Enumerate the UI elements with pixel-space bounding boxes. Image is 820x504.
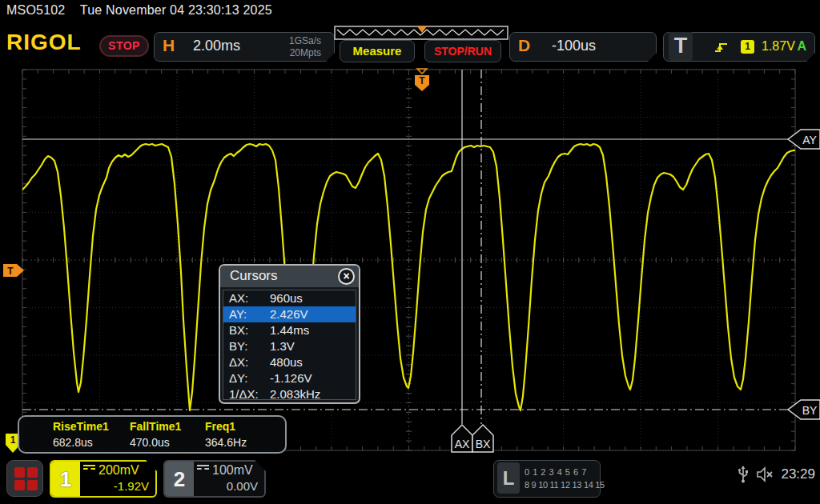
cursor-row-bx[interactable]: BX: 1.44ms	[223, 322, 356, 338]
usb-icon	[738, 466, 749, 483]
trigger-marker-label: T	[419, 75, 425, 86]
timebase-value: 2.00ms	[193, 38, 240, 54]
trigger-panel[interactable]: T 1 1.87V A	[663, 32, 815, 62]
trigger-level-value: 1.87V	[762, 39, 795, 54]
trigger-level-label: T	[7, 266, 14, 277]
rigol-logo: RIGOL	[6, 30, 82, 55]
waveform-position-bar[interactable]	[335, 26, 508, 39]
channel-1-number: 1	[51, 462, 80, 496]
oscilloscope-screen: AX BX AY BY T T 1	[0, 0, 820, 504]
acquisition-status-badge[interactable]: STOP	[99, 35, 149, 57]
channel-1-scale: 200mV	[98, 463, 139, 477]
cursor-ay-label: AY	[802, 134, 817, 146]
logic-channels-panel[interactable]: L 0 1 2 3 4 5 6 7 8 9 10 11 12 13 14 15	[493, 460, 601, 498]
channel-1-offset: -1.92V	[83, 479, 149, 493]
graticule	[22, 70, 795, 450]
cursor-by-label: BY	[802, 404, 818, 417]
measurement-falltime[interactable]: FallTime1 470.0us	[130, 420, 181, 449]
cursor-row-inv-dx[interactable]: 1/ΔX: 2.083kHz	[223, 386, 356, 402]
delay-panel[interactable]: D -100us	[509, 32, 657, 62]
cursor-bx-flag[interactable]: BX	[472, 425, 493, 452]
dc-coupling-icon	[197, 465, 209, 472]
cursor-row-dy[interactable]: ΔY: -1.126V	[223, 370, 356, 386]
header-bar: RIGOL STOP H 2.00ms 1GSa/s 20Mpts Measur…	[0, 22, 820, 67]
clock: 23:29	[781, 466, 815, 482]
cursor-ax-flag[interactable]: AX	[452, 425, 472, 452]
cursors-dialog[interactable]: Cursors × AX: 960us AY: 2.426V BX: 1.44m…	[219, 264, 360, 404]
measurement-freq[interactable]: Freq1 364.6Hz	[205, 420, 247, 449]
cursor-row-dx[interactable]: ΔX: 480us	[223, 354, 356, 370]
titlebar: MSO5102 Tue November 04 23:30:13 2025	[0, 0, 820, 22]
cursor-row-ax[interactable]: AX: 960us	[223, 290, 356, 306]
position-marker-icon	[417, 26, 427, 33]
cursors-dialog-title: Cursors	[230, 268, 278, 284]
dc-coupling-icon	[83, 465, 95, 472]
horizontal-panel[interactable]: H 2.00ms 1GSa/s 20Mpts	[154, 32, 335, 62]
speaker-muted-icon[interactable]	[755, 466, 774, 483]
measurements-panel[interactable]: RiseTime1 682.8us FallTime1 470.0us Freq…	[18, 415, 287, 454]
memory-waveform-icon	[337, 30, 504, 35]
cursor-row-ay[interactable]: AY: 2.426V	[223, 306, 356, 322]
trigger-level-marker[interactable]: T	[3, 264, 24, 277]
cursors-dialog-titlebar[interactable]: Cursors ×	[220, 266, 359, 288]
delay-label: D	[518, 36, 530, 55]
channel-2-scale: 100mV	[212, 463, 253, 477]
cursors-dialog-body: AX: 960us AY: 2.426V BX: 1.44ms BY: 1.3V…	[223, 290, 356, 400]
channel-2-offset: 0.00V	[197, 479, 258, 493]
trigger-slope-icon	[713, 39, 730, 54]
sample-rate: 1GSa/s	[289, 35, 321, 46]
logic-panel-label: L	[497, 462, 520, 494]
memory-depth: 20Mpts	[290, 47, 321, 58]
ch1-marker-label: 1	[10, 434, 16, 446]
close-icon[interactable]: ×	[338, 268, 355, 285]
measurement-risetime[interactable]: RiseTime1 682.8us	[53, 420, 109, 449]
cursor-bx-label: BX	[476, 438, 491, 450]
horizontal-label: H	[163, 36, 175, 55]
trigger-source-badge: 1	[741, 40, 754, 54]
cursor-ax-label: AX	[455, 438, 470, 450]
model-name: MSO5102	[6, 3, 65, 17]
channel-2-number: 2	[165, 462, 194, 496]
trigger-mode: A	[797, 39, 806, 54]
logic-channels-row1: 0 1 2 3 4 5 6 7	[525, 466, 598, 478]
trigger-position-marker[interactable]: T	[415, 69, 429, 91]
cursor-row-by[interactable]: BY: 1.3V	[223, 338, 356, 354]
datetime: Tue November 04 23:30:13 2025	[80, 3, 272, 17]
channel-1-panel[interactable]: 1 200mV -1.92V	[50, 460, 157, 498]
bottom-bar: 1 200mV -1.92V 2 100mV 0.00V L 0 1 2 3 4…	[0, 456, 820, 504]
logic-channels-row2: 8 9 10 11 12 13 14 15	[525, 478, 598, 491]
menu-grid-icon[interactable]	[6, 460, 43, 497]
delay-value: -100us	[552, 38, 596, 54]
measure-button[interactable]: Measure	[340, 40, 415, 62]
trigger-panel-label: T	[669, 31, 693, 61]
channel-2-panel[interactable]: 2 100mV 0.00V	[163, 460, 266, 498]
stop-run-button[interactable]: STOP/RUN	[424, 40, 501, 62]
